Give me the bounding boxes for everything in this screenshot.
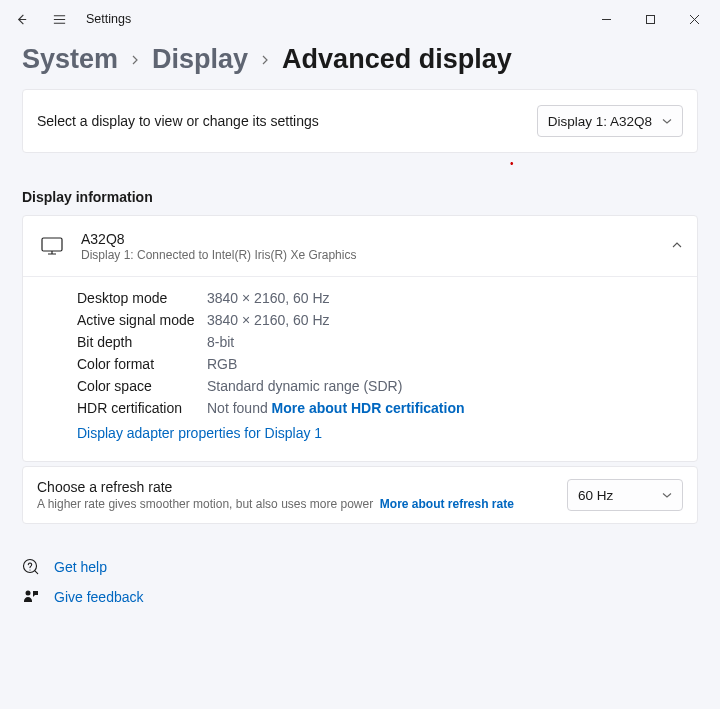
info-row: Active signal mode 3840 × 2160, 60 Hz bbox=[77, 309, 683, 331]
svg-rect-0 bbox=[646, 15, 654, 23]
chevron-down-icon bbox=[662, 488, 672, 503]
breadcrumb: System Display Advanced display bbox=[0, 38, 720, 89]
hamburger-icon bbox=[52, 12, 67, 27]
close-button[interactable] bbox=[672, 3, 716, 35]
refresh-rate-value: 60 Hz bbox=[578, 488, 613, 503]
display-info-header[interactable]: A32Q8 Display 1: Connected to Intel(R) I… bbox=[23, 216, 697, 276]
svg-rect-1 bbox=[42, 238, 62, 251]
page-title: Advanced display bbox=[282, 44, 512, 75]
display-select-label: Select a display to view or change its s… bbox=[37, 113, 319, 129]
minimize-icon bbox=[601, 14, 612, 25]
maximize-icon bbox=[645, 14, 656, 25]
display-select-dropdown[interactable]: Display 1: A32Q8 bbox=[537, 105, 683, 137]
breadcrumb-display[interactable]: Display bbox=[152, 44, 248, 75]
feedback-icon bbox=[22, 588, 40, 606]
get-help-link[interactable]: Get help bbox=[22, 552, 698, 582]
chevron-right-icon bbox=[260, 52, 270, 68]
footer-links: Get help Give feedback bbox=[22, 552, 698, 612]
nav-toggle-button[interactable] bbox=[42, 2, 76, 36]
info-row: Desktop mode 3840 × 2160, 60 Hz bbox=[77, 287, 683, 309]
info-row: Color space Standard dynamic range (SDR) bbox=[77, 375, 683, 397]
refresh-rate-link[interactable]: More about refresh rate bbox=[380, 497, 514, 511]
annotation-dot: • bbox=[510, 158, 514, 169]
window-title: Settings bbox=[86, 12, 131, 26]
close-icon bbox=[689, 14, 700, 25]
minimize-button[interactable] bbox=[584, 3, 628, 35]
display-select-value: Display 1: A32Q8 bbox=[548, 114, 652, 129]
info-row-hdr: HDR certification Not found More about H… bbox=[77, 397, 683, 419]
monitor-icon bbox=[41, 238, 63, 254]
display-info-card: A32Q8 Display 1: Connected to Intel(R) I… bbox=[22, 215, 698, 462]
chevron-up-icon bbox=[671, 237, 683, 255]
maximize-button[interactable] bbox=[628, 3, 672, 35]
back-button[interactable] bbox=[4, 2, 38, 36]
breadcrumb-system[interactable]: System bbox=[22, 44, 118, 75]
title-bar: Settings bbox=[0, 0, 720, 38]
svg-point-3 bbox=[26, 591, 31, 596]
refresh-rate-card: Choose a refresh rate A higher rate give… bbox=[22, 466, 698, 524]
info-row: Color format RGB bbox=[77, 353, 683, 375]
help-icon bbox=[22, 558, 40, 576]
arrow-left-icon bbox=[14, 12, 29, 27]
refresh-rate-title: Choose a refresh rate bbox=[37, 479, 514, 495]
display-name: A32Q8 bbox=[81, 231, 356, 247]
display-info-details: Desktop mode 3840 × 2160, 60 Hz Active s… bbox=[23, 277, 697, 461]
section-heading-display-info: Display information bbox=[22, 189, 698, 205]
give-feedback-link[interactable]: Give feedback bbox=[22, 582, 698, 612]
refresh-rate-dropdown[interactable]: 60 Hz bbox=[567, 479, 683, 511]
hdr-certification-link[interactable]: More about HDR certification bbox=[272, 400, 465, 416]
adapter-properties-link[interactable]: Display adapter properties for Display 1 bbox=[77, 419, 683, 451]
display-select-card: Select a display to view or change its s… bbox=[22, 89, 698, 153]
chevron-right-icon bbox=[130, 52, 140, 68]
display-connection: Display 1: Connected to Intel(R) Iris(R)… bbox=[81, 248, 356, 262]
chevron-down-icon bbox=[662, 114, 672, 129]
info-row: Bit depth 8-bit bbox=[77, 331, 683, 353]
